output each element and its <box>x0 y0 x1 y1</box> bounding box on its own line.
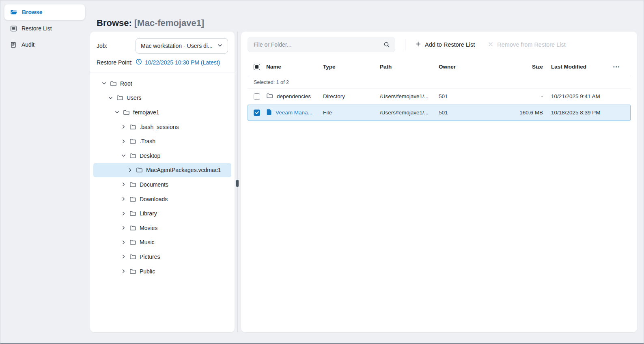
add-to-restore-list-label: Add to Restore List <box>425 41 475 48</box>
chevron-down-icon[interactable] <box>101 81 107 86</box>
folder-icon <box>129 210 136 217</box>
splitter-handle[interactable] <box>236 180 239 187</box>
tree-node-label: Music <box>140 239 155 245</box>
table-row[interactable]: dependenciesDirectory/Users/femojave1/..… <box>248 88 631 105</box>
file-name[interactable]: Veeam Mana... <box>276 110 312 116</box>
chevron-down-icon[interactable] <box>114 110 120 115</box>
job-dropdown-value: Mac workstation - Users di... <box>141 43 213 49</box>
tree-node[interactable]: Public <box>93 264 231 279</box>
chevron-right-icon[interactable] <box>127 168 133 173</box>
sidebar-item-browse[interactable]: Browse <box>4 4 85 20</box>
column-header-last-modified[interactable]: Last Modified <box>543 64 612 70</box>
tree-node-label: Pictures <box>140 254 160 260</box>
chevron-right-icon[interactable] <box>121 182 127 187</box>
remove-from-restore-list-label: Remove from Restore List <box>497 41 565 48</box>
sidebar-item-label: Browse <box>22 9 43 15</box>
column-header-path[interactable]: Path <box>380 64 439 70</box>
chevron-right-icon[interactable] <box>121 124 127 129</box>
search-icon <box>383 41 390 49</box>
folder-icon <box>266 92 273 100</box>
file-name[interactable]: dependencies <box>277 93 311 99</box>
tree-node[interactable]: Pictures <box>93 249 231 264</box>
tree-node[interactable]: MacAgentPackages.vcdmac1 <box>93 163 231 178</box>
folder-icon <box>116 95 123 101</box>
sidebar: Browse Restore List Audit <box>0 0 90 344</box>
row-checkbox[interactable] <box>254 110 260 116</box>
folder-icon <box>129 138 136 144</box>
tree-node-label: Downloads <box>140 196 168 202</box>
chevron-right-icon[interactable] <box>121 254 127 259</box>
audit-icon <box>10 41 17 48</box>
restore-point-label: Restore Point: <box>97 59 136 66</box>
chevron-right-icon[interactable] <box>121 269 127 274</box>
file-owner: 501 <box>439 93 498 99</box>
chevron-right-icon[interactable] <box>121 225 127 230</box>
chevron-right-icon[interactable] <box>121 139 127 144</box>
sidebar-item-label: Restore List <box>22 25 52 32</box>
column-settings-icon[interactable]: ⋯ <box>612 62 631 71</box>
job-dropdown[interactable]: Mac workstation - Users di... <box>136 38 228 54</box>
restore-point-link[interactable]: 10/22/2025 10:30 PM (Latest) <box>136 58 220 66</box>
tree-node[interactable]: Users <box>93 91 231 105</box>
tree-node-label: Public <box>140 268 155 275</box>
tree-node[interactable]: .bash_sessions <box>93 120 231 134</box>
tree-node-label: Root <box>120 80 132 87</box>
select-all-checkbox[interactable] <box>254 64 260 70</box>
tree-node-label: femojave1 <box>133 109 159 116</box>
add-to-restore-list-button[interactable]: Add to Restore List <box>415 41 475 48</box>
page-title-prefix: Browse: <box>97 18 132 28</box>
tree-node-label: Movies <box>140 225 157 231</box>
table-header-row: Name Type Path Owner Size Last Modified … <box>248 58 631 76</box>
sidebar-item-audit[interactable]: Audit <box>4 37 85 53</box>
table-toolbar: Add to Restore List Remove from Restore … <box>241 32 637 58</box>
file-table-panel: Add to Restore List Remove from Restore … <box>241 32 637 332</box>
tree-node[interactable]: Root <box>93 76 231 91</box>
selected-summary: Selected: 1 of 2 <box>248 76 631 88</box>
file-size: 160.6 MB <box>498 110 543 116</box>
tree-node[interactable]: Desktop <box>93 148 231 163</box>
tree-node-label: .bash_sessions <box>140 124 179 130</box>
tree-node[interactable]: .Trash <box>93 134 231 148</box>
column-header-size[interactable]: Size <box>498 64 543 70</box>
search-input[interactable] <box>248 37 395 52</box>
search-box <box>248 37 395 52</box>
folder-icon <box>129 254 136 260</box>
sidebar-item-restore-list[interactable]: Restore List <box>4 20 85 37</box>
tree-node[interactable]: Documents <box>93 177 231 192</box>
file-last-modified: 10/18/2025 8:39 PM <box>543 110 612 116</box>
chevron-down-icon[interactable] <box>108 95 114 101</box>
restore-point-value: 10/22/2025 10:30 PM (Latest) <box>145 59 220 66</box>
file-type: File <box>323 110 380 116</box>
job-label: Job: <box>97 43 136 49</box>
chevron-down-icon[interactable] <box>121 153 127 158</box>
chevron-right-icon[interactable] <box>121 211 127 216</box>
column-header-name[interactable]: Name <box>266 64 323 70</box>
table-row[interactable]: Veeam Mana...File/Users/femojave1/...501… <box>248 105 631 121</box>
tree-node-label: Users <box>127 95 142 101</box>
tree-node[interactable]: Music <box>93 235 231 250</box>
row-checkbox-cell <box>248 93 266 100</box>
row-checkbox[interactable] <box>254 93 260 100</box>
file-last-modified: 10/21/2025 9:41 AM <box>543 93 612 99</box>
folder-icon <box>129 124 136 130</box>
x-icon <box>488 41 493 48</box>
tree-node[interactable]: Movies <box>93 221 231 235</box>
file-path: /Users/femojave1/... <box>380 93 439 99</box>
chevron-right-icon[interactable] <box>121 240 127 245</box>
job-field-row: Job: Mac workstation - Users di... <box>97 38 228 54</box>
tree-node[interactable]: Library <box>93 206 231 221</box>
chevron-right-icon[interactable] <box>121 196 127 202</box>
column-header-owner[interactable]: Owner <box>439 64 498 70</box>
panel-splitter[interactable] <box>237 32 238 332</box>
toolbar-divider <box>405 39 405 50</box>
folder-icon <box>110 80 117 87</box>
file-name-cell: dependencies <box>266 92 323 100</box>
tree-node[interactable]: femojave1 <box>93 105 231 120</box>
row-checkbox-cell <box>248 110 266 116</box>
tree-node[interactable]: Downloads <box>93 192 231 206</box>
remove-from-restore-list-button[interactable]: Remove from Restore List <box>488 41 565 48</box>
restore-point-clock-icon <box>136 58 142 66</box>
column-header-type[interactable]: Type <box>323 64 380 70</box>
file-size: - <box>498 93 543 99</box>
tree-node-label: Documents <box>140 181 168 188</box>
